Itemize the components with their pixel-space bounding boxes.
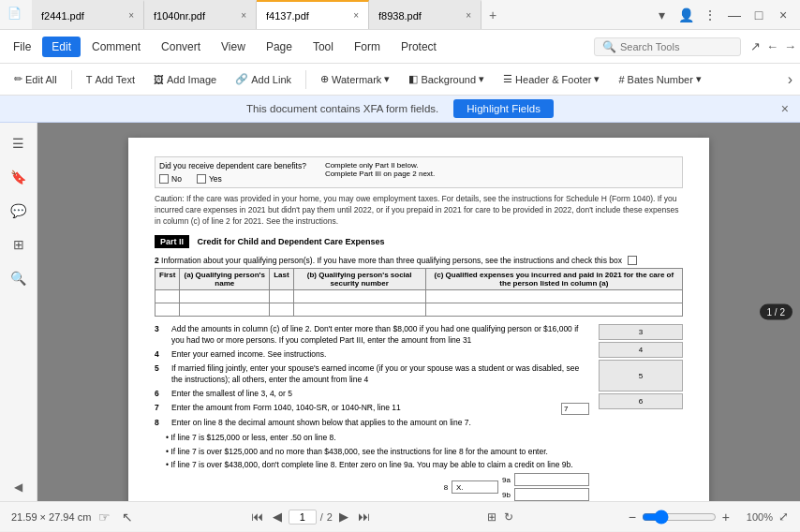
sidebar-menu-icon[interactable]: ☰ <box>6 130 32 156</box>
search-tools-input[interactable] <box>620 41 733 52</box>
line-8-input[interactable]: X. <box>452 480 498 494</box>
menu-convert[interactable]: Convert <box>152 37 210 57</box>
line-8-bullet3: • If line 7 is over $438,000, don't comp… <box>155 459 589 471</box>
add-image-button[interactable]: 🖼 Add Image <box>147 71 223 88</box>
sidebar-collapse-button[interactable]: ◀ <box>14 480 22 494</box>
app-icon: 📄 <box>7 7 24 23</box>
yes-label: Yes <box>209 174 222 184</box>
line-5-row: 5 If married filing jointly, enter your … <box>155 363 589 386</box>
menu-page[interactable]: Page <box>257 37 302 57</box>
minimize-button[interactable]: — <box>725 7 744 22</box>
background-button[interactable]: ◧ Background ▾ <box>402 70 491 88</box>
hand-tool-icon[interactable]: ☞ <box>98 510 111 525</box>
col-name: (a) Qualifying person's name <box>180 269 270 290</box>
bates-label: Bates Number <box>628 74 693 85</box>
user-icon[interactable]: 👤 <box>676 7 695 22</box>
tab-f4137[interactable]: f4137.pdf × <box>257 0 369 29</box>
menu-tool[interactable]: Tool <box>304 37 343 57</box>
watermark-button[interactable]: ⊕ Watermark ▾ <box>314 70 396 88</box>
box-8-label: 8 <box>444 483 448 492</box>
menu-view[interactable]: View <box>212 37 255 57</box>
add-text-button[interactable]: T Add Text <box>80 71 141 88</box>
new-tab-button[interactable]: + <box>481 7 504 22</box>
line-9a-input[interactable] <box>514 473 589 486</box>
add-link-icon: 🔗 <box>235 73 248 85</box>
last-page-button[interactable]: ⏭ <box>355 510 373 524</box>
cell-ssn[interactable] <box>293 290 425 303</box>
maximize-button[interactable]: □ <box>749 7 768 22</box>
tab-label: f2441.pdf <box>41 10 84 22</box>
menu-file[interactable]: File <box>4 37 40 57</box>
toolbar-separator-2 <box>305 70 306 89</box>
menu-comment[interactable]: Comment <box>82 37 150 57</box>
tab-f2441[interactable]: f2441.pdf × <box>32 0 144 29</box>
box-4[interactable]: 4 <box>599 342 683 358</box>
close-button[interactable]: × <box>774 7 793 22</box>
back-icon[interactable]: ← <box>766 39 778 53</box>
add-link-label: Add Link <box>251 74 291 85</box>
xfa-notice-bar: This document contains XFA form fields. … <box>0 96 800 123</box>
box-5[interactable]: 5 <box>599 360 683 392</box>
edit-all-button[interactable]: ✏ Edit All <box>7 70 64 88</box>
cursor-tool-icon[interactable]: ↖ <box>122 510 133 525</box>
box-6[interactable]: 6 <box>599 393 683 409</box>
yes-checkbox[interactable] <box>197 174 206 184</box>
menu-edit[interactable]: Edit <box>42 37 81 57</box>
title-bar: 📄 f2441.pdf × f1040nr.pdf × f4137.pdf × … <box>0 0 800 30</box>
cell-last[interactable] <box>270 290 293 303</box>
tab-f1040nr[interactable]: f1040nr.pdf × <box>144 0 257 29</box>
menu-protect[interactable]: Protect <box>392 37 446 57</box>
cell-ssn-2[interactable] <box>293 303 425 317</box>
more-icon[interactable]: ⋮ <box>701 7 719 22</box>
current-page-input[interactable] <box>289 510 317 525</box>
header-footer-button[interactable]: ☰ Header & Footer ▾ <box>496 70 606 88</box>
zoom-in-button[interactable]: + <box>722 510 730 525</box>
tab-close-f4137[interactable]: × <box>353 10 359 21</box>
pdf-viewer[interactable]: Did you receive dependent care benefits?… <box>37 123 800 501</box>
bates-number-button[interactable]: # Bates Number ▾ <box>612 70 707 88</box>
search-icon: 🔍 <box>602 40 616 53</box>
add-text-icon: T <box>86 74 93 85</box>
line-7-input[interactable]: 7 <box>561 403 589 415</box>
dropdown-icon[interactable]: ▾ <box>652 7 671 22</box>
menu-form[interactable]: Form <box>345 37 390 57</box>
bates-icon: # <box>618 74 624 85</box>
external-link-icon[interactable]: ↗ <box>750 39 761 53</box>
box-3[interactable]: 3 <box>599 324 683 340</box>
sidebar-pages-icon[interactable]: ⊞ <box>6 231 32 258</box>
prev-page-button[interactable]: ◀ <box>270 510 285 524</box>
tab-close-f1040nr[interactable]: × <box>241 10 246 21</box>
sidebar-bookmark-icon[interactable]: 🔖 <box>6 164 32 190</box>
complete-yes-text: Complete Part III on page 2 next. <box>325 170 435 178</box>
tab-close-f2441[interactable]: × <box>128 10 134 21</box>
fit-page-icon[interactable]: ⊞ <box>487 510 496 524</box>
cell-exp-2[interactable] <box>425 303 682 317</box>
cell-name-2 <box>180 303 270 317</box>
sidebar-comment-icon[interactable]: 💬 <box>6 198 32 224</box>
highlight-fields-button[interactable]: Highlight Fields <box>453 99 554 118</box>
tab-f8938[interactable]: f8938.pdf × <box>369 0 481 29</box>
cell-last-2[interactable] <box>270 303 293 317</box>
fullscreen-icon[interactable]: ⤢ <box>778 510 789 524</box>
cell-exp[interactable] <box>425 290 682 303</box>
line-3-row: 3 Add the amounts in column (c) of line … <box>155 324 589 347</box>
zoom-slider[interactable] <box>642 510 717 525</box>
no-checkbox[interactable] <box>159 174 169 184</box>
sidebar-search-icon[interactable]: 🔍 <box>6 265 32 291</box>
tab-close-f8938[interactable]: × <box>466 10 471 21</box>
toolbar-more-icon[interactable]: › <box>788 71 793 88</box>
search-tools[interactable]: 🔍 <box>594 37 741 56</box>
rotate-icon[interactable]: ↻ <box>504 510 513 524</box>
line2-checkbox[interactable] <box>628 256 637 265</box>
part-title: Credit for Child and Dependent Care Expe… <box>198 237 385 246</box>
line-9b-input[interactable] <box>514 488 589 501</box>
cell-first[interactable] <box>156 290 180 303</box>
col-ssn: (b) Qualifying person's social security … <box>293 269 425 290</box>
xfa-close-button[interactable]: × <box>781 101 789 116</box>
next-page-button[interactable]: ▶ <box>336 510 351 524</box>
cell-first-2[interactable] <box>156 303 180 317</box>
zoom-out-button[interactable]: − <box>629 510 636 525</box>
add-link-button[interactable]: 🔗 Add Link <box>229 70 298 88</box>
forward-icon[interactable]: → <box>784 39 796 53</box>
first-page-button[interactable]: ⏮ <box>248 510 266 524</box>
